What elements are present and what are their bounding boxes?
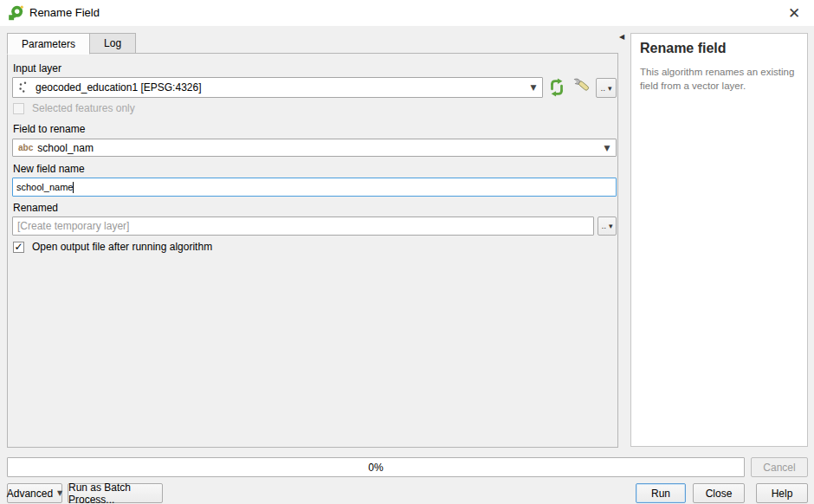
tab-bar: Parameters Log	[7, 33, 135, 54]
help-panel: Rename field This algorithm renames an e…	[630, 33, 808, 447]
advanced-button[interactable]: Advanced ▼	[7, 483, 62, 503]
input-layer-label: Input layer	[13, 62, 61, 74]
renamed-label: Renamed	[13, 202, 58, 214]
checkbox-unchecked-icon[interactable]	[13, 103, 24, 114]
renamed-output-input[interactable]: [Create temporary layer]	[12, 216, 594, 236]
algorithm-description: This algorithm renames an existing field…	[640, 65, 798, 93]
iterate-over-layer-button[interactable]	[546, 77, 567, 98]
chevron-down-icon[interactable]: ▼	[525, 83, 542, 92]
new-field-name-value: school_name	[16, 182, 73, 192]
parameters-panel: Input layer geocoded_education1 [EPSG:43…	[7, 53, 618, 448]
algorithm-title: Rename field	[640, 41, 798, 56]
checkbox-checked-icon[interactable]: ✓	[13, 242, 24, 253]
progress-bar: 0%	[7, 457, 745, 477]
field-to-rename-label: Field to rename	[13, 123, 85, 135]
close-icon[interactable]: ✕	[783, 3, 805, 23]
field-to-rename-value: school_nam	[37, 142, 94, 154]
input-layer-combobox[interactable]: geocoded_education1 [EPSG:4326] ▼	[12, 77, 543, 98]
field-to-rename-combobox[interactable]: abc school_nam ▼	[12, 139, 617, 157]
renamed-placeholder: [Create temporary layer]	[17, 220, 129, 232]
iterate-icon	[547, 78, 566, 97]
input-layer-browse-button[interactable]: .. ▾	[596, 78, 617, 98]
open-output-checkbox-row[interactable]: ✓ Open output file after running algorit…	[13, 241, 212, 253]
selected-features-label: Selected features only	[32, 102, 135, 114]
help-button[interactable]: Help	[756, 483, 808, 503]
browse-dots-icon: .. ▾	[601, 222, 612, 230]
tab-log[interactable]: Log	[89, 33, 136, 54]
window-title: Rename Field	[29, 6, 100, 19]
new-field-name-label: New field name	[13, 163, 85, 175]
wrench-icon	[572, 78, 591, 97]
advanced-options-button[interactable]	[571, 77, 591, 98]
title-bar: Rename Field ✕	[0, 0, 814, 26]
browse-dots-icon: .. ▾	[600, 84, 611, 93]
advanced-button-label: Advanced	[7, 488, 53, 500]
close-button[interactable]: Close	[693, 483, 745, 503]
run-as-batch-button[interactable]: Run as Batch Process...	[68, 483, 163, 503]
renamed-browse-button[interactable]: .. ▾	[598, 216, 617, 236]
text-field-type-icon: abc	[18, 143, 33, 152]
new-field-name-input[interactable]: school_name	[12, 178, 617, 197]
chevron-down-icon: ▼	[57, 489, 62, 497]
chevron-down-icon[interactable]: ▼	[598, 144, 616, 152]
collapse-panel-icon[interactable]: ◀	[619, 33, 624, 41]
text-caret	[73, 182, 74, 193]
progress-value: 0%	[368, 462, 383, 474]
tab-parameters[interactable]: Parameters	[7, 33, 90, 55]
point-layer-icon	[18, 81, 32, 94]
input-layer-value: geocoded_education1 [EPSG:4326]	[36, 81, 201, 94]
open-output-label: Open output file after running algorithm	[32, 241, 212, 253]
cancel-button[interactable]: Cancel	[751, 457, 808, 477]
qgis-logo-icon	[8, 4, 24, 21]
selected-features-checkbox-row[interactable]: Selected features only	[13, 102, 135, 114]
run-button[interactable]: Run	[636, 483, 686, 503]
